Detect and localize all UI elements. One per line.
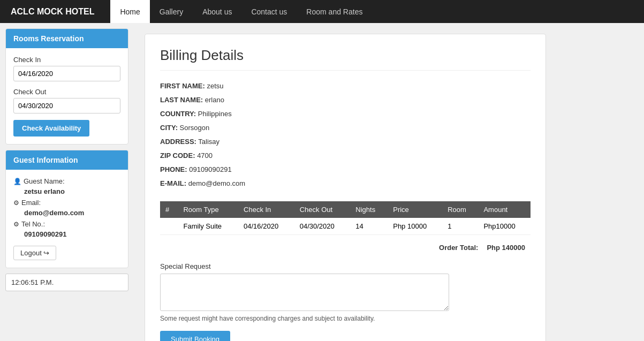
nav-rooms[interactable]: Room and Rates xyxy=(297,0,372,23)
address-label: ADDRESS: xyxy=(160,138,196,146)
email-billing-value: demo@demo.com xyxy=(188,179,245,187)
check-in-input[interactable] xyxy=(13,66,120,81)
first-name-value: zetsu xyxy=(207,82,223,90)
col-nights: Nights xyxy=(350,201,388,218)
navbar: ACLC MOCK HOTEL Home Gallery About us Co… xyxy=(0,0,644,23)
order-total-value: Php 140000 xyxy=(487,244,525,252)
guest-info-header: Guest Information xyxy=(6,150,128,170)
zip-value: 4700 xyxy=(197,151,213,160)
col-check-in: Check In xyxy=(238,201,294,218)
email-billing-label: E-MAIL: xyxy=(160,179,186,187)
check-out-group: Check Out xyxy=(13,88,120,113)
billing-card: Billing Details FIRST NAME: zetsu LAST N… xyxy=(145,34,546,341)
tel-value: 09109090291 xyxy=(24,230,120,238)
guest-name-prefix: Guest Name: xyxy=(24,177,65,185)
logout-icon: ↪ xyxy=(43,249,49,257)
special-request-label: Special Request xyxy=(160,262,531,270)
nav-brand: ACLC MOCK HOTEL xyxy=(11,7,94,17)
page-layout: Rooms Reservation Check In Check Out Che… xyxy=(0,23,644,341)
nav-about[interactable]: About us xyxy=(193,0,241,23)
main-content: Billing Details FIRST NAME: zetsu LAST N… xyxy=(134,23,644,341)
email-value: demo@demo.com xyxy=(24,209,120,217)
logout-button[interactable]: Logout ↪ xyxy=(13,246,56,260)
reservation-card-header: Rooms Reservation xyxy=(6,29,128,48)
billing-first-name: FIRST NAME: zetsu xyxy=(160,79,531,93)
email-icon xyxy=(13,199,19,207)
guest-name-value: zetsu erlano xyxy=(24,187,120,195)
reservation-card-body: Check In Check Out Check Availability xyxy=(6,48,128,144)
sidebar: Rooms Reservation Check In Check Out Che… xyxy=(0,23,134,341)
phone-value: 09109090291 xyxy=(189,165,232,173)
order-total-row: Order Total: Php 140000 xyxy=(160,244,531,252)
nav-home[interactable]: Home xyxy=(110,0,149,23)
city-label: CITY: xyxy=(160,124,178,132)
billing-info: FIRST NAME: zetsu LAST NAME: erlano COUN… xyxy=(160,79,531,191)
col-amount: Amount xyxy=(478,201,531,218)
address-value: Talisay xyxy=(198,138,219,146)
time-display: 12:06:51 P.M. xyxy=(5,274,128,291)
zip-label: ZIP CODE: xyxy=(160,151,195,160)
nav-links: Home Gallery About us Contact us Room an… xyxy=(110,0,372,23)
billing-title: Billing Details xyxy=(160,47,531,71)
billing-address: ADDRESS: Talisay xyxy=(160,135,531,149)
country-value: Philippines xyxy=(198,110,232,118)
first-name-label: FIRST NAME: xyxy=(160,82,205,90)
check-in-label: Check In xyxy=(13,56,120,64)
tel-prefix: Tel No.: xyxy=(21,220,45,228)
check-availability-button[interactable]: Check Availability xyxy=(13,120,89,137)
phone-label: PHONE: xyxy=(160,165,187,173)
guest-info-body: Guest Name: zetsu erlano Email: demo@dem… xyxy=(6,170,128,268)
col-num: # xyxy=(160,201,178,218)
col-room-type: Room Type xyxy=(178,201,238,218)
tel-icon xyxy=(13,220,19,228)
order-total-label: Order Total: xyxy=(439,244,478,252)
billing-phone: PHONE: 09109090291 xyxy=(160,163,531,177)
billing-last-name: LAST NAME: erlano xyxy=(160,93,531,107)
check-out-input[interactable] xyxy=(13,98,120,113)
col-room: Room xyxy=(442,201,478,218)
country-label: COUNTRY: xyxy=(160,110,196,118)
billing-city: CITY: Sorsogon xyxy=(160,121,531,135)
special-request-section: Special Request Some request might have … xyxy=(160,262,531,322)
email-prefix: Email: xyxy=(21,199,41,207)
tel-row: Tel No.: xyxy=(13,220,120,228)
billing-country: COUNTRY: Philippines xyxy=(160,107,531,121)
check-out-label: Check Out xyxy=(13,88,120,96)
submit-booking-button[interactable]: Submit Booking xyxy=(160,331,230,341)
table-row: Family Suite04/16/202004/30/202014Php 10… xyxy=(160,218,531,235)
email-row: Email: xyxy=(13,199,120,207)
special-request-note: Some request might have corresponding ch… xyxy=(160,315,531,322)
col-check-out: Check Out xyxy=(294,201,351,218)
reservation-card: Rooms Reservation Check In Check Out Che… xyxy=(5,28,128,145)
logout-label: Logout xyxy=(20,249,42,257)
guest-name-row: Guest Name: xyxy=(13,177,120,185)
check-in-group: Check In xyxy=(13,56,120,81)
nav-gallery[interactable]: Gallery xyxy=(150,0,193,23)
billing-email: E-MAIL: demo@demo.com xyxy=(160,177,531,191)
nav-contact[interactable]: Contact us xyxy=(241,0,297,23)
special-request-textarea[interactable] xyxy=(160,274,449,311)
guest-info-card: Guest Information Guest Name: zetsu erla… xyxy=(5,150,128,268)
city-value: Sorsogon xyxy=(180,124,210,132)
last-name-label: LAST NAME: xyxy=(160,96,203,104)
table-header-row: # Room Type Check In Check Out Nights Pr… xyxy=(160,201,531,218)
booking-table: # Room Type Check In Check Out Nights Pr… xyxy=(160,201,531,235)
last-name-value: erlano xyxy=(205,96,224,104)
billing-zip: ZIP CODE: 4700 xyxy=(160,149,531,163)
user-icon xyxy=(13,177,21,185)
col-price: Price xyxy=(388,201,442,218)
